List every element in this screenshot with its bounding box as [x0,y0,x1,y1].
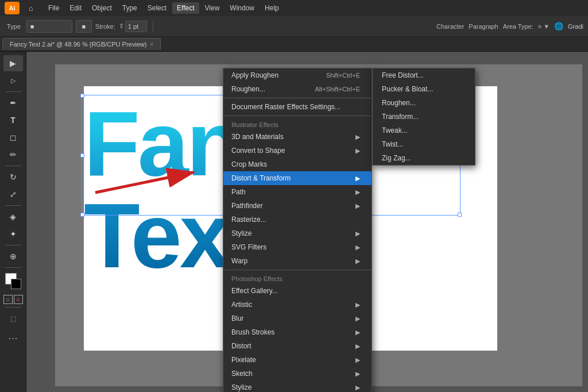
artistic-item[interactable]: Artistic ▶ [223,298,372,312]
tool-sep-5 [5,267,21,268]
menu-bar: Ai ⌂ File Edit Object Type Select Effect… [0,0,588,16]
artboard-tool[interactable]: ⬚ [3,310,23,326]
tweak-item[interactable]: Tweak... [373,124,475,137]
pen-tool[interactable]: ✒ [3,95,23,111]
blur-item[interactable]: Blur ▶ [223,312,372,325]
menu-object[interactable]: Object [87,2,117,14]
apply-roughen-shortcut: Shift+Ctrl+E [326,72,360,79]
menu-type[interactable]: Type [118,2,142,14]
roughen-item[interactable]: Roughen... Alt+Shift+Ctrl+E [223,82,372,96]
doc-raster-item[interactable]: Document Raster Effects Settings... [223,100,372,114]
crop-marks-item[interactable]: Crop Marks [223,157,372,171]
pathfinder-arrow: ▶ [355,202,360,210]
more-tools[interactable]: … [3,328,23,344]
stylize-label: Stylize [231,229,252,237]
fill-mode[interactable]: □ [3,295,13,304]
photoshop-effects-label: Photoshop Effects [223,272,372,284]
color-swatches[interactable] [5,273,21,289]
menu-select[interactable]: Select [143,2,171,14]
convert-shape-label: Convert to Shape [231,147,285,155]
pencil-tool[interactable]: ✏ [3,147,23,163]
pixelate-item[interactable]: Pixelate ▶ [223,353,372,367]
stylize-arrow: ▶ [355,230,360,237]
rotate-tool[interactable]: ↻ [3,169,23,185]
3d-materials-arrow: ▶ [355,133,360,141]
zoom-tool[interactable]: ⊕ [3,248,23,264]
toolbar-divider [153,21,153,32]
menu-edit[interactable]: Edit [65,2,86,14]
tab-label: Fancy Text 2.ai* @ 48.96 % (RGB/CPU Prev… [10,41,146,48]
rasterize-item[interactable]: Rasterize... [223,213,372,226]
pucker-bloat-item[interactable]: Pucker & Bloat... [373,82,475,96]
svg-filters-item[interactable]: SVG Filters ▶ [223,240,372,254]
no-fill-mode[interactable]: ⊘ [14,295,23,304]
roughen-shortcut: Alt+Shift+Ctrl+E [315,86,360,93]
scale-tool[interactable]: ⤢ [3,186,23,202]
transform-item[interactable]: Transform... [373,110,475,124]
3d-materials-label: 3D and Materials [231,133,284,141]
brush-strokes-item[interactable]: Brush Strokes ▶ [223,325,372,339]
distort-item[interactable]: Distort ▶ [223,339,372,353]
menu-window[interactable]: Window [225,2,259,14]
twist-item[interactable]: Twist... [373,137,475,151]
stroke-input[interactable]: 1 pt [125,21,147,32]
stroke-control[interactable]: ⇧ 1 pt [119,21,147,32]
menu-help[interactable]: Help [260,2,284,14]
roughen-sub-item[interactable]: Roughen... [373,96,475,110]
gradient-label[interactable]: Gradi [568,23,583,30]
background-color[interactable] [11,279,21,289]
stylize-ps-item[interactable]: Stylize ▶ [223,381,372,392]
3d-materials-item[interactable]: 3D and Materials ▶ [223,130,372,144]
stroke-label: Stroke: [95,23,115,30]
type-label: Type [5,23,23,30]
rasterize-label: Rasterize... [231,216,266,224]
handle-br[interactable] [458,213,462,217]
stylize-ps-label: Stylize [231,383,252,391]
menu-file[interactable]: File [44,2,64,14]
home-icon[interactable]: ⌂ [24,1,38,15]
stylize-ps-arrow: ▶ [355,384,360,391]
menu-view[interactable]: View [200,2,225,14]
area-type-label[interactable]: Area Type: [503,23,533,30]
roughen-label: Roughen... [231,85,265,93]
character-label[interactable]: Character [436,23,464,30]
menu-effect[interactable]: Effect [172,2,199,14]
canvas-area: Fancy Text [26,52,588,392]
pixelate-label: Pixelate [231,356,256,364]
distort-transform-submenu: Free Distort... Pucker & Bloat... Roughe… [372,68,475,166]
font-family-select[interactable]: ■ [26,20,72,33]
distort-transform-item[interactable]: Distort & Transform ▶ [223,171,372,185]
sketch-item[interactable]: Sketch ▶ [223,367,372,381]
select-tool[interactable]: ▶ [3,55,23,71]
apply-roughen-item[interactable]: Apply Roughen Shift+Ctrl+E [223,68,372,82]
distort-arrow: ▶ [355,343,360,350]
handle-ml[interactable] [80,153,84,157]
apply-roughen-label: Apply Roughen [231,71,278,79]
gradient-tool[interactable]: ◈ [3,209,23,225]
handle-tl[interactable] [80,94,84,98]
sketch-label: Sketch [231,370,253,378]
eyedropper-tool[interactable]: ✦ [3,226,23,242]
blur-arrow: ▶ [355,315,360,322]
font-style-select[interactable]: ■ [76,20,92,33]
tool-sep-3 [5,205,21,206]
pathfinder-item[interactable]: Pathfinder ▶ [223,199,372,213]
path-item[interactable]: Path ▶ [223,185,372,199]
zig-zag-item[interactable]: Zig Zag... [373,151,475,165]
convert-shape-arrow: ▶ [355,147,360,155]
svg-filters-label: SVG Filters [231,243,266,251]
tab-close-button[interactable]: × [150,41,153,48]
paragraph-label[interactable]: Paragraph [469,23,498,30]
free-distort-item[interactable]: Free Distort... [373,68,475,82]
handle-bl[interactable] [80,213,84,217]
convert-shape-item[interactable]: Convert to Shape ▶ [223,144,372,157]
type-tool[interactable]: T [3,112,23,128]
warp-item[interactable]: Warp ▶ [223,254,372,268]
stylize-item[interactable]: Stylize ▶ [223,226,372,240]
dd-sep-1 [223,98,372,98]
direct-select-tool[interactable]: ▷ [3,72,23,89]
effect-gallery-item[interactable]: Effect Gallery... [223,284,372,298]
document-tab[interactable]: Fancy Text 2.ai* @ 48.96 % (RGB/CPU Prev… [2,38,161,50]
shape-tool[interactable]: ◻ [3,129,23,145]
effect-menu-dropdown: Apply Roughen Shift+Ctrl+E Roughen... Al… [223,68,372,392]
